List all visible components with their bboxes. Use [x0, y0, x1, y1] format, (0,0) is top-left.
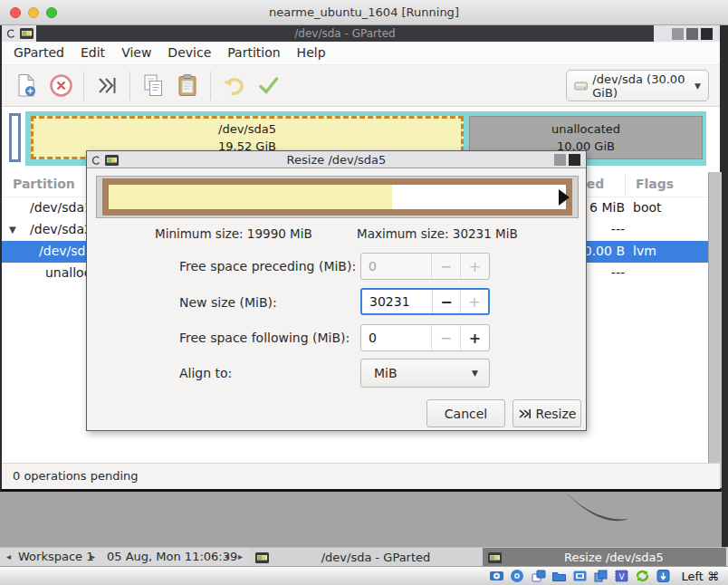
menu-edit[interactable]: Edit [72, 42, 113, 64]
column-flags[interactable]: Flags [636, 177, 674, 191]
dialog-titlebar[interactable]: Resize /dev/sda5 [87, 151, 586, 168]
menu-help[interactable]: Help [289, 42, 334, 64]
window-close-button[interactable] [701, 28, 713, 40]
resize-button-label: Resize [536, 407, 577, 421]
free-space-following-input[interactable] [361, 325, 431, 350]
free-space-following-spinbox: − + [360, 324, 490, 351]
delete-icon [49, 73, 73, 98]
dialog-titlebar-buttons [554, 154, 580, 166]
dialog-title: Resize /dev/sda5 [87, 153, 586, 167]
resize-dialog: Resize /dev/sda5 Minimum size: 19990 MiB… [86, 150, 587, 431]
flags-cell: lvm [633, 244, 656, 258]
apply-check-icon [257, 75, 280, 96]
column-divider [625, 174, 626, 196]
partition-block-name: /dev/sda5 [218, 120, 276, 138]
menu-partition[interactable]: Partition [219, 42, 288, 64]
resize-move-button[interactable] [90, 69, 124, 103]
undo-icon [222, 75, 246, 97]
tasklist-prev-arrow[interactable]: ◂ [225, 551, 229, 561]
minimum-size-label: Minimum size: 19990 MiB [155, 226, 312, 241]
gparted-app-icon [488, 552, 502, 563]
taskbar-item-label: Resize /dev/sda5 [507, 551, 721, 564]
partition-cell: /dev/sda1 [29, 200, 92, 215]
svg-text:V: V [618, 572, 625, 581]
partition-used-area [109, 185, 392, 209]
decrement-button[interactable]: − [431, 254, 460, 279]
window-maximize-button[interactable] [686, 28, 698, 40]
tasklist-next-arrow[interactable]: ▸ [238, 551, 243, 561]
dialog-maximize-button[interactable] [554, 154, 566, 166]
workspace-next-arrow[interactable]: ▸ [91, 551, 95, 561]
optical-disc-status-icon[interactable] [509, 569, 525, 584]
titlebar-buttons [672, 25, 713, 42]
screen-right-edge [722, 25, 728, 547]
free-space-preceding-input[interactable] [361, 254, 431, 279]
virtualization-chip-status-icon[interactable]: V [613, 569, 629, 584]
resize-move-icon [96, 75, 118, 96]
taskbar-item-gparted[interactable]: /dev/sda - GParted [250, 548, 483, 567]
menu-device[interactable]: Device [159, 42, 219, 64]
hdd-status-icon[interactable] [488, 569, 504, 584]
undo-button[interactable] [216, 69, 251, 103]
workspace-label[interactable]: Workspace 1 [18, 550, 93, 563]
decrement-button[interactable]: − [432, 290, 460, 313]
resize-button-icon [518, 408, 532, 420]
dialog-close-button[interactable] [569, 154, 580, 166]
windows-status-icon[interactable] [530, 569, 546, 584]
resize-right-handle[interactable] [559, 189, 570, 206]
host-statusbar: V Left ⌘ [0, 566, 728, 585]
gparted-titlebar-title: /dev/sda - GParted [36, 25, 654, 42]
workspace-prev-arrow[interactable]: ◂ [6, 551, 11, 561]
device-selector-label: /dev/sda (30.00 GiB) [592, 72, 690, 100]
resize-slider-track [109, 185, 566, 209]
vertical-scrollbar[interactable] [708, 172, 722, 488]
partition-cell: /dev/sda2 [29, 222, 92, 236]
gparted-app-icon [20, 28, 34, 39]
increment-button[interactable]: + [460, 254, 489, 279]
toolbar: /dev/sda (30.00 GiB) ▼ [2, 65, 720, 107]
vm-window-title: nearme_ubuntu_1604 [Running] [0, 5, 728, 19]
new-partition-icon [15, 73, 37, 98]
paste-icon [177, 73, 198, 98]
hard-disk-icon [574, 80, 588, 92]
mouse-integration-status-icon[interactable] [655, 569, 671, 584]
delete-partition-button[interactable] [43, 69, 78, 103]
paste-button[interactable] [170, 69, 205, 103]
titlebar-icons [2, 25, 36, 42]
increment-button[interactable]: + [460, 325, 489, 350]
resize-slider[interactable] [96, 176, 579, 218]
decrement-button[interactable]: − [431, 325, 460, 350]
align-to-dropdown[interactable]: MiB ▼ [360, 359, 490, 388]
new-size-input[interactable] [362, 290, 432, 313]
gparted-titlebar[interactable]: /dev/sda - GParted [2, 25, 720, 42]
taskbar-item-resize-dialog[interactable]: Resize /dev/sda5 [483, 548, 726, 567]
resize-button[interactable]: Resize [512, 399, 581, 427]
resize-slider-frame [102, 178, 572, 216]
shared-folder-status-icon[interactable] [551, 569, 567, 584]
menu-view[interactable]: View [113, 42, 159, 64]
flags-cell: boot [633, 200, 662, 215]
align-to-value: MiB [374, 366, 398, 380]
increment-button[interactable]: + [460, 290, 488, 313]
partition-block-name: unallocated [551, 120, 620, 138]
device-selector[interactable]: /dev/sda (30.00 GiB) ▼ [566, 70, 709, 101]
clock-label: 05 Aug, Mon 11:06:39 [107, 550, 237, 563]
screens-status-icon[interactable] [592, 569, 608, 584]
taskbar-item-label: /dev/sda - GParted [274, 551, 477, 564]
expander-icon[interactable]: ▼ [9, 225, 16, 235]
partition-block-sda1[interactable] [9, 113, 21, 162]
menu-gparted[interactable]: GParted [5, 42, 72, 64]
column-partition[interactable]: Partition [13, 177, 75, 191]
macos-titlebar[interactable]: nearme_ubuntu_1604 [Running] [0, 0, 728, 25]
cancel-button[interactable]: Cancel [426, 399, 505, 427]
sync-status-icon[interactable] [634, 569, 650, 584]
display-status-icon[interactable] [571, 569, 588, 584]
new-size-spinbox: − + [360, 288, 490, 315]
apply-button[interactable] [251, 69, 285, 103]
copy-button[interactable] [136, 69, 170, 103]
preceding-label: Free space preceding (MiB): [179, 259, 356, 273]
new-partition-button[interactable] [9, 69, 43, 103]
maximum-size-label: Maximum size: 30231 MiB [357, 226, 518, 241]
window-minimize-button[interactable] [672, 28, 684, 40]
chevron-down-icon: ▼ [694, 82, 701, 91]
